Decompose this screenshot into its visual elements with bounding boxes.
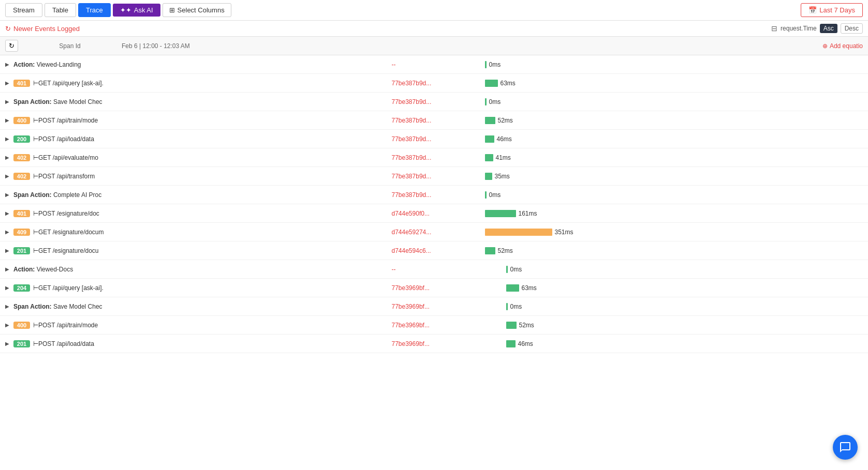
table-row[interactable]: ▶409⊢GET /esignature/documd744e59274...3… xyxy=(0,223,868,241)
duration-area: 52ms xyxy=(485,117,863,124)
duration-text: 0ms xyxy=(489,191,501,199)
duration-bar-wrap: 41ms xyxy=(485,154,511,161)
table-row[interactable]: ▶400⊢POST /api/train/mode77be387b9d...52… xyxy=(0,111,868,130)
expand-arrow-icon[interactable]: ▶ xyxy=(5,304,13,309)
status-badge: 402 xyxy=(13,154,30,161)
row-label: ⊢GET /api/query [ask-ai]. xyxy=(33,80,104,87)
duration-text: 0ms xyxy=(489,61,501,68)
duration-bar-wrap: 0ms xyxy=(506,303,522,310)
table-row[interactable]: ▶Span Action: Complete AI Proc77be387b9d… xyxy=(0,186,868,204)
duration-bar xyxy=(485,191,487,199)
duration-bar xyxy=(485,210,516,217)
span-id-cell: d744e590f0... xyxy=(392,210,485,217)
expand-arrow-icon[interactable]: ▶ xyxy=(5,136,13,142)
tab-stream[interactable]: Stream xyxy=(5,3,42,17)
columns-icon: ⊞ xyxy=(169,6,175,14)
sort-desc-button[interactable]: Desc xyxy=(841,23,863,34)
duration-text: 35ms xyxy=(495,173,510,180)
refresh-icon: ↻ xyxy=(5,25,11,33)
row-label: Action: Viewed-Docs xyxy=(13,266,73,273)
span-id-cell: 77be387b9d... xyxy=(392,117,485,124)
table-row[interactable]: ▶Span Action: Save Model Chec77be387b9d.… xyxy=(0,93,868,111)
duration-bar xyxy=(485,135,494,143)
table-row[interactable]: ▶402⊢GET /api/evaluate/mo77be387b9d...41… xyxy=(0,148,868,167)
table-row[interactable]: ▶200⊢POST /api/load/data77be387b9d...46m… xyxy=(0,130,868,148)
row-label: ⊢GET /esignature/docu xyxy=(33,247,99,254)
table-row[interactable]: ▶402⊢POST /api/transform77be387b9d...35m… xyxy=(0,167,868,186)
select-columns-button[interactable]: ⊞ Select Columns xyxy=(163,3,231,17)
table-row[interactable]: ▶401⊢GET /api/query [ask-ai].77be387b9d.… xyxy=(0,74,868,93)
duration-bar-wrap: 46ms xyxy=(506,340,533,347)
sort-asc-button[interactable]: Asc xyxy=(820,24,837,33)
duration-bar-wrap: 161ms xyxy=(485,210,537,217)
duration-bar xyxy=(506,340,516,347)
expand-arrow-icon[interactable]: ▶ xyxy=(5,266,13,272)
refresh-button[interactable]: ↻ xyxy=(5,40,18,52)
duration-bar xyxy=(485,61,487,68)
expand-arrow-icon[interactable]: ▶ xyxy=(5,173,13,179)
tab-table[interactable]: Table xyxy=(45,3,76,17)
table-row[interactable]: ▶204⊢GET /api/query [ask-ai].77be3969bf.… xyxy=(0,279,868,297)
newer-events-notice[interactable]: ↻ Newer Events Logged xyxy=(5,25,80,33)
status-badge: 402 xyxy=(13,173,30,180)
duration-bar-wrap: 52ms xyxy=(485,247,513,254)
row-label: ⊢POST /api/train/mode xyxy=(33,117,98,124)
calendar-icon: 📅 xyxy=(808,6,817,14)
status-badge: 204 xyxy=(13,284,30,292)
sort-field-label: request.Time xyxy=(781,25,817,32)
last-days-button[interactable]: 📅 Last 7 Days xyxy=(801,3,863,17)
table-row[interactable]: ▶201⊢GET /esignature/docud744e594c6...52… xyxy=(0,241,868,260)
tab-trace[interactable]: Trace xyxy=(78,3,111,17)
expand-arrow-icon[interactable]: ▶ xyxy=(5,341,13,346)
expand-arrow-icon[interactable]: ▶ xyxy=(5,285,13,291)
expand-arrow-icon[interactable]: ▶ xyxy=(5,210,13,216)
span-id-cell: 77be3969bf... xyxy=(392,322,485,329)
expand-arrow-icon[interactable]: ▶ xyxy=(5,322,13,328)
duration-area: 0ms xyxy=(485,61,863,68)
duration-bar-wrap: 0ms xyxy=(485,191,501,199)
duration-text: 52ms xyxy=(519,322,534,329)
expand-arrow-icon[interactable]: ▶ xyxy=(5,192,13,198)
duration-bar xyxy=(506,303,508,310)
duration-area: 63ms xyxy=(485,284,863,292)
expand-arrow-icon[interactable]: ▶ xyxy=(5,117,13,123)
chat-bubble-button[interactable] xyxy=(833,435,858,460)
duration-bar-wrap: 52ms xyxy=(506,322,534,329)
expand-arrow-icon[interactable]: ▶ xyxy=(5,62,13,67)
duration-bar-wrap: 46ms xyxy=(485,135,512,143)
duration-bar xyxy=(485,154,493,161)
duration-bar xyxy=(485,229,552,236)
expand-arrow-icon[interactable]: ▶ xyxy=(5,80,13,86)
duration-area: 0ms xyxy=(485,303,863,310)
table-row[interactable]: ▶Action: Viewed-Docs--0ms xyxy=(0,260,868,279)
expand-arrow-icon[interactable]: ▶ xyxy=(5,155,13,160)
duration-text: 0ms xyxy=(510,266,522,273)
duration-text: 52ms xyxy=(498,117,513,124)
ask-ai-button[interactable]: ✦✦ Ask AI xyxy=(113,4,160,17)
duration-bar-wrap: 35ms xyxy=(485,173,510,180)
table-row[interactable]: ▶201⊢POST /api/load/data77be3969bf...46m… xyxy=(0,335,868,353)
filter-icon: ⊟ xyxy=(771,24,777,33)
table-row[interactable]: ▶400⊢POST /api/train/mode77be3969bf...52… xyxy=(0,316,868,335)
duration-text: 63ms xyxy=(501,80,516,87)
table-row[interactable]: ▶401⊢POST /esignature/docd744e590f0...16… xyxy=(0,204,868,223)
expand-arrow-icon[interactable]: ▶ xyxy=(5,248,13,253)
duration-text: 0ms xyxy=(489,98,501,105)
duration-text: 161ms xyxy=(519,210,537,217)
duration-bar-wrap: 0ms xyxy=(506,266,522,273)
duration-bar-wrap: 351ms xyxy=(485,229,573,236)
duration-area: 41ms xyxy=(485,154,863,161)
expand-arrow-icon[interactable]: ▶ xyxy=(5,229,13,235)
chat-icon xyxy=(839,441,851,453)
status-badge: 201 xyxy=(13,247,30,254)
row-label: ⊢POST /esignature/doc xyxy=(33,210,99,217)
time-range-header: Feb 6 | 12:00 - 12:03 AM xyxy=(122,42,817,50)
table-row[interactable]: ▶Span Action: Save Model Chec77be3969bf.… xyxy=(0,297,868,316)
expand-arrow-icon[interactable]: ▶ xyxy=(5,99,13,104)
sort-controls: ⊟ request.Time Asc Desc xyxy=(771,23,863,34)
trace-header: ↻ Span Id Feb 6 | 12:00 - 12:03 AM ⊕ Add… xyxy=(0,37,868,55)
duration-bar xyxy=(485,98,487,105)
span-id-cell: -- xyxy=(392,266,485,273)
table-row[interactable]: ▶Action: Viewed-Landing--0ms xyxy=(0,55,868,74)
add-equation-button[interactable]: ⊕ Add equatio xyxy=(822,42,863,50)
